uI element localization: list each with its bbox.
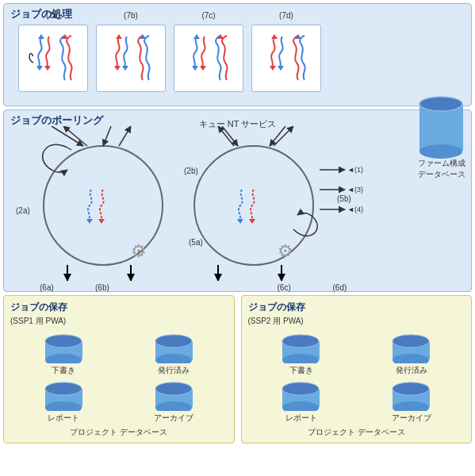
svg-line-24 <box>222 126 238 146</box>
svg-text:⚙: ⚙ <box>131 241 147 261</box>
proc-box-7d: (7d) <box>251 25 321 92</box>
svg-marker-4 <box>114 66 121 71</box>
svg-line-23 <box>103 126 111 146</box>
svg-line-27 <box>119 126 131 146</box>
polling-diagram: ⚙ ⚙ (2a) (2b) (5a) (5b) ◄(1) ◄(3) ◄(4) <box>8 126 381 281</box>
db-cylinder-report-left <box>42 379 86 411</box>
db-label-report-left: レポート <box>48 413 79 424</box>
db-cylinder-draft-right <box>279 332 323 363</box>
svg-text:◄(4): ◄(4) <box>347 205 363 213</box>
squiggly-7d <box>259 33 314 84</box>
storage-row: ジョブの保存 (SSP1 用 PWA) (6a) (6b) 下書き <box>3 295 472 443</box>
svg-text:⚙: ⚙ <box>278 241 293 261</box>
svg-marker-9 <box>200 66 206 71</box>
squiggly-7c <box>181 33 236 84</box>
svg-line-28 <box>218 126 234 146</box>
svg-marker-14 <box>271 34 278 39</box>
db-item-archive-right: アーカイブ <box>358 379 465 424</box>
svg-text:◄(3): ◄(3) <box>347 186 363 194</box>
db-cylinder-draft-left <box>42 332 86 363</box>
svg-marker-8 <box>192 66 198 71</box>
svg-marker-21 <box>249 219 255 224</box>
storage-left-subtitle: (SSP1 用 PWA) <box>10 316 228 327</box>
proc-box-7a: (7a) <box>18 25 88 92</box>
annotation-6b: (6b) <box>95 283 109 292</box>
storage-right-title: ジョブの保存 <box>248 301 465 314</box>
squiggly-7a <box>25 33 81 84</box>
db-item-report-left: レポート <box>10 379 117 424</box>
svg-marker-6 <box>116 34 122 39</box>
svg-marker-18 <box>86 219 93 224</box>
db-item-published-right: 発行済み <box>358 332 465 376</box>
proc-box-7b: (7b) <box>96 25 166 92</box>
db-label-report-right: レポート <box>285 413 317 424</box>
db-cylinder-archive-left <box>152 379 196 411</box>
svg-marker-2 <box>38 34 44 39</box>
proc-box-7c: (7c) <box>174 25 243 92</box>
job-processing-section: ジョブの処理 (7a) <box>3 3 472 106</box>
db-label-draft-right: 下書き <box>289 365 313 376</box>
db-item-draft-left: 下書き <box>10 332 117 376</box>
svg-marker-20 <box>237 219 243 224</box>
svg-text:(2a): (2a) <box>16 206 30 215</box>
annotation-6c: (6c) <box>278 283 291 292</box>
db-item-published-left: 発行済み <box>121 332 228 376</box>
svg-marker-1 <box>44 66 51 71</box>
svg-point-17 <box>194 146 313 265</box>
svg-text:(5b): (5b) <box>337 194 351 203</box>
polling-section: ジョブのポーリング キュー NT サービス <box>3 109 472 292</box>
proc-label-7d: (7d) <box>279 11 293 20</box>
db-label-archive-right: アーカイブ <box>392 413 431 424</box>
db-item-report-right: レポート <box>248 379 355 424</box>
db-label-draft-left: 下書き <box>52 365 75 376</box>
svg-text:◄(1): ◄(1) <box>347 166 363 174</box>
svg-marker-0 <box>36 66 43 71</box>
db-cylinder-report-right <box>279 379 323 411</box>
annotation-6a: (6a) <box>40 283 54 292</box>
svg-marker-12 <box>270 66 276 71</box>
proc-label-7a: (7a) <box>46 11 60 20</box>
svg-text:(5a): (5a) <box>189 238 203 247</box>
db-cylinder-published-right <box>389 332 433 363</box>
svg-point-48 <box>419 144 462 159</box>
db-cylinder-published-left <box>152 332 196 363</box>
annotation-6d: (6d) <box>333 283 347 292</box>
db-cylinder-archive-right <box>389 379 433 411</box>
squiggly-7b <box>103 33 159 84</box>
processing-boxes: (7a) <box>10 25 465 92</box>
farm-db: ファーム構成データベース <box>416 88 467 180</box>
svg-marker-13 <box>278 66 284 71</box>
main-container: ジョブの処理 (7a) <box>0 0 475 476</box>
db-item-archive-left: アーカイブ <box>121 379 228 424</box>
svg-text:(2b): (2b) <box>184 167 198 175</box>
db-label-published-left: 発行済み <box>158 365 190 376</box>
proc-label-7b: (7b) <box>124 11 138 20</box>
storage-left-dbs: 下書き 発行済み <box>10 332 228 424</box>
storage-left-title: ジョブの保存 <box>10 301 228 314</box>
svg-marker-19 <box>98 219 105 224</box>
storage-right-subtitle: (SSP2 用 PWA) <box>248 316 465 327</box>
svg-marker-5 <box>122 66 128 71</box>
storage-left: ジョブの保存 (SSP1 用 PWA) (6a) (6b) 下書き <box>3 295 235 443</box>
storage-right-bottom: プロジェクト データベース <box>248 427 465 438</box>
db-label-published-right: 発行済み <box>396 365 427 376</box>
db-item-draft-right: 下書き <box>248 332 355 376</box>
storage-right-dbs: 下書き 発行済み <box>248 332 465 424</box>
processing-title: ジョブの処理 <box>10 7 465 21</box>
storage-left-bottom: プロジェクト データベース <box>10 427 228 438</box>
svg-marker-10 <box>193 34 200 39</box>
storage-right: ジョブの保存 (SSP2 用 PWA) (6c) (6d) 下書き <box>241 295 473 443</box>
farm-db-cylinder <box>416 88 467 159</box>
farm-db-label: ファーム構成データベース <box>416 158 467 180</box>
proc-label-7c: (7c) <box>201 11 215 20</box>
db-label-archive-left: アーカイブ <box>154 413 193 424</box>
